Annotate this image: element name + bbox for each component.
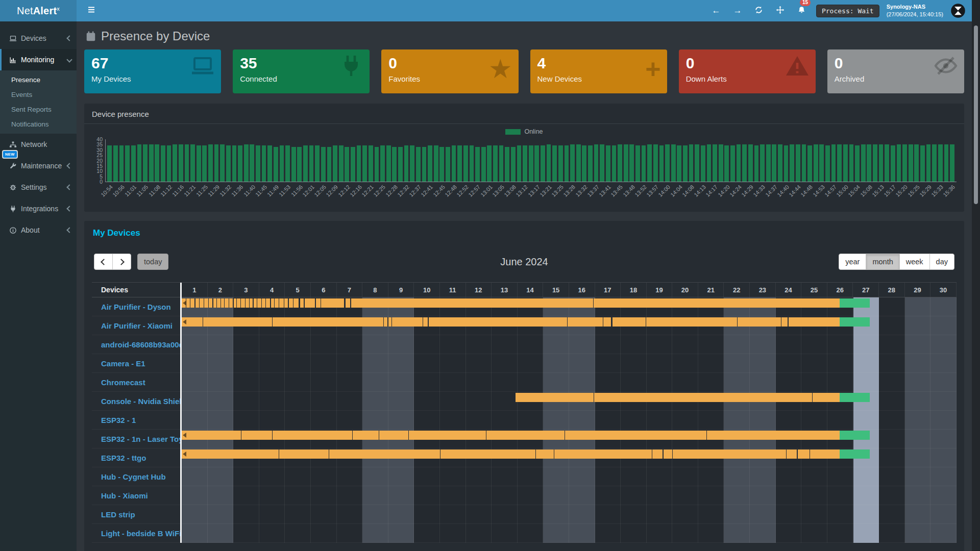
device-link-esp32-1n-laser-toy[interactable]: ESP32 - 1n - Laser Toy [92,430,180,448]
day-header-cell: 11 [440,283,466,297]
device-link-led-strip[interactable]: LED strip [92,505,180,524]
online-count-bar [267,145,272,182]
chart-bar-slot [148,139,154,182]
user-avatar[interactable] [950,3,966,18]
device-link-esp32-1[interactable]: ESP32 - 1 [92,411,180,430]
card-down-alerts[interactable]: 0Down Alerts [679,49,816,93]
online-count-bar [327,147,332,182]
online-count-bar [624,144,628,182]
online-count-bar [879,144,884,182]
sitemap-icon [8,141,18,148]
app-logo[interactable]: NetAlertx [0,0,77,21]
x-axis-tick-label: 12:37 [408,184,422,198]
day-header-cell: 25 [801,283,827,297]
today-button[interactable]: today [137,254,168,270]
week-view-button[interactable]: week [899,254,930,270]
submenu-item-events[interactable]: Events [0,87,77,102]
chart-bar-slot: 11:36 [237,139,243,182]
device-link-light-bedside-b-wifi[interactable]: Light - bedside B WiFi [92,524,180,543]
sidebar-toggle-button[interactable] [84,4,99,18]
device-link-android-68608b93a00e4[interactable]: android-68608b93a00e4 [92,335,180,354]
next-button[interactable] [112,254,131,270]
online-count-bar [802,144,806,182]
online-count-bar [463,145,468,182]
y-axis-tick-label: 35 [96,141,103,147]
presence-gap [236,298,237,308]
presence-bar-online-past[interactable] [182,449,840,459]
online-count-bar [683,145,688,182]
host-info: Synology-NAS (27/06/2024, 15:40:15) [887,3,943,18]
chart-bar-slot [932,139,938,182]
online-count-bar [137,144,142,182]
chart-bar-slot: 14:48 [807,139,813,182]
sidebar-item-about[interactable]: About [0,219,77,241]
gear-icon [8,184,18,191]
device-link-console-nvidia-shield-t[interactable]: Console - Nvidia Shield T [92,392,180,411]
forward-button[interactable]: → [730,4,745,18]
chart-icon [8,56,18,64]
chart-bar-slot: 11:56 [297,139,303,182]
presence-gap [383,317,384,327]
presence-bar-online-past[interactable] [182,317,840,327]
y-axis-tick-label: 30 [96,147,103,153]
device-link-air-purifier-xiaomi[interactable]: Air Purifier - Xiaomi [92,316,180,335]
presence-bar-online-past[interactable] [182,431,840,440]
notifications-button[interactable]: 15 [795,4,809,18]
card-connected[interactable]: 35Connected [233,49,370,93]
chart-bar-slot [469,139,475,182]
device-link-hub-cygnet-hub[interactable]: Hub - Cygnet Hub [92,467,180,486]
presence-gap [293,298,293,308]
submenu-item-sent-reports[interactable]: Sent Reports [0,102,77,117]
online-count-bar [119,145,124,182]
presence-bar-online-past[interactable] [182,298,840,308]
presence-gap [208,298,209,308]
chart-bar-slot [504,139,510,182]
card-my-devices[interactable]: 67My Devices [84,49,221,93]
device-link-air-purifier-dyson[interactable]: Air Purifier - Dyson [92,297,180,316]
presence-bar-online-past[interactable] [516,393,840,402]
year-view-button[interactable]: year [839,254,866,270]
x-axis-tick-label: 13:57 [645,184,659,198]
chart-bar-slot [801,139,807,182]
device-link-camera-e1[interactable]: Camera - E1 [92,354,180,373]
card-favorites[interactable]: 0Favorites★ [381,49,518,93]
presence-gap [663,449,664,459]
sidebar-item-integrations[interactable]: Integrations [0,198,77,219]
day-view-button[interactable]: day [929,254,954,270]
card-new-devices[interactable]: 4New Devices+ [530,49,667,93]
refresh-button[interactable] [752,4,766,18]
device-link-hub-xiaomi[interactable]: Hub - Xiaomi [92,486,180,505]
back-button[interactable]: ← [709,4,723,18]
x-axis-tick-label: 10:54 [100,184,114,198]
back-arrow-icon: ← [712,6,720,16]
presence-row-air-purifier-dyson [182,297,957,316]
move-button[interactable] [773,4,788,18]
my-devices-title: My Devices [93,228,957,238]
submenu-item-notifications[interactable]: Notifications [0,117,77,132]
card-archived[interactable]: 0Archived [827,49,964,93]
sidebar-item-settings[interactable]: Settings [0,177,77,198]
x-axis-tick-label: 12:25 [373,184,387,198]
sidebar-item-devices[interactable]: Devices [0,28,77,49]
chart-bar-slot [813,139,819,182]
sidebar-item-monitoring[interactable]: Monitoring [0,49,77,70]
chart-bar-slot [255,139,261,182]
chart-bar-slot [326,139,332,182]
submenu-item-presence[interactable]: Presence [0,72,77,87]
refresh-icon [754,6,763,16]
day-header-cell: 3 [233,283,259,297]
presence-bar-online-now[interactable] [840,449,870,459]
online-count-bar [280,145,284,182]
presence-bar-online-now[interactable] [840,393,870,402]
online-count-bar [470,145,474,182]
chart-bar-slot: 13:25 [558,139,564,182]
device-link-esp32-ttgo[interactable]: ESP32 - ttgo [92,448,180,467]
scrollbar-thumb[interactable] [974,26,978,204]
presence-bar-online-now[interactable] [840,317,870,327]
presence-bar-online-now[interactable] [840,298,870,308]
prev-button[interactable] [94,254,113,270]
month-view-button[interactable]: month [866,254,899,270]
presence-bar-online-now[interactable] [840,431,870,440]
x-axis-tick-label: 14:33 [752,184,767,198]
device-link-chromecast[interactable]: Chromecast [92,373,180,392]
